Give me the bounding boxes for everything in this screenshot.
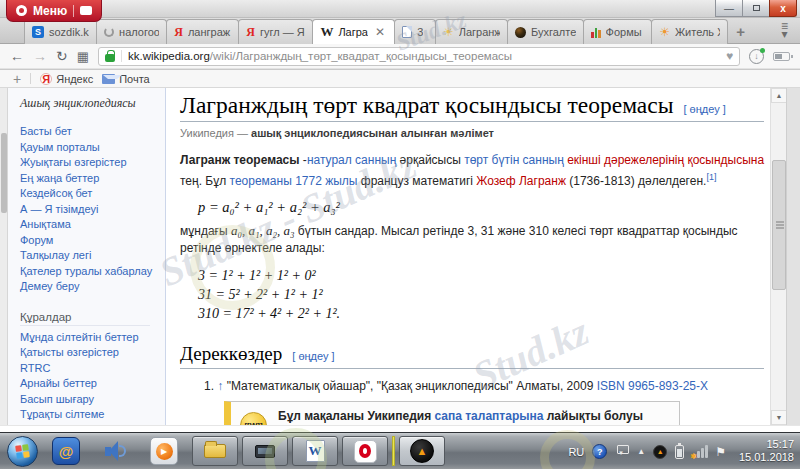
text-segment-suplink[interactable]: [1] (706, 172, 716, 182)
speed-dial-icon[interactable]: ▦ (77, 49, 89, 64)
bookmark-yandex[interactable]: Я Яндекс (40, 73, 93, 85)
taskbar-clock[interactable]: 15:17 15.01.2018 (730, 438, 794, 464)
start-button[interactable] (7, 436, 38, 467)
tab-strip: S sozdik.kz налогооб Я ланграж т Я гугл … (0, 18, 800, 44)
text-segment-link[interactable]: 1772 жылы (295, 174, 357, 188)
battery-tray-icon[interactable] (675, 445, 684, 459)
subtitle-source: Уикипедия — (180, 127, 251, 139)
tab-gugl[interactable]: Я гугл — Ян (238, 19, 313, 44)
show-hidden-icons[interactable]: ▲ (637, 447, 645, 456)
text-segment-link[interactable]: теореманы (230, 174, 292, 188)
folder-icon (204, 444, 226, 458)
sidebar-tool-link[interactable]: Басып шығару (20, 392, 161, 408)
tab-buhgalter[interactable]: Бухгалтер (507, 19, 584, 44)
document-favicon (402, 26, 412, 38)
action-center-flag-icon[interactable]: ⚑ (715, 445, 726, 459)
scrollbar-thumb[interactable] (772, 160, 786, 290)
tab-formy[interactable]: Формы н (583, 19, 652, 44)
minimize-button[interactable]: — (715, 0, 743, 17)
sidebar-tool-link[interactable]: Қатысты өзгерістер (20, 345, 161, 361)
sun-favicon: ☀ (659, 25, 670, 39)
sidebar-tool-link[interactable]: Мұнда сілтейтін беттер (20, 330, 161, 346)
forward-button[interactable]: → (33, 49, 47, 63)
tab-sozdik[interactable]: S sozdik.kz (24, 19, 97, 44)
opera-menu-button[interactable]: Меню (6, 0, 102, 22)
left-scroll-thumb[interactable] (1, 133, 7, 213)
text-segment-link[interactable]: натурал санның (307, 153, 396, 167)
scroll-up-button[interactable]: ▲ (771, 88, 787, 103)
language-indicator[interactable]: RU (568, 446, 584, 458)
add-bookmark-button[interactable]: + (13, 71, 21, 87)
bookmark-mail[interactable]: Почта (102, 73, 150, 85)
explorer-task-button[interactable] (192, 436, 238, 466)
close-button[interactable]: x (769, 0, 797, 17)
tab-lagranzh[interactable]: ☀ Лагранж (435, 19, 508, 44)
new-tab-button[interactable]: + (727, 19, 754, 44)
word-task-button[interactable]: W (292, 436, 338, 466)
tab-zhitel[interactable]: ☀ Житель Ж (651, 19, 728, 44)
sidebar-nav-list: Басты бетҚауым порталыЖуықтағы өзгерісте… (20, 124, 161, 295)
sidebar-nav-link[interactable]: Жуықтағы өзгерістер (20, 155, 161, 171)
volume-icon[interactable] (101, 437, 129, 465)
tab-close-icon[interactable]: ✕ (375, 25, 385, 39)
tab-menu-button[interactable]: ≡▾ (781, 22, 788, 38)
main-formula: p = a₀² + a₁² + a₂² + a₃² (198, 199, 764, 216)
back-button[interactable]: ← (10, 49, 24, 63)
maximize-button[interactable] (742, 0, 770, 17)
sidebar-nav-link[interactable]: Кездейсоқ бет (20, 186, 161, 202)
opera-task-button[interactable] (342, 436, 388, 466)
network-tray-icon[interactable] (692, 445, 707, 459)
sidebar-nav-link[interactable]: Анықтама (20, 217, 161, 233)
sidebar-tools-header: Құралдар (20, 311, 150, 326)
sidebar-tool-link[interactable]: Тұрақты сілтеме (20, 407, 161, 423)
sidebar-nav-link[interactable]: Қауым порталы (20, 140, 161, 156)
monitor-icon (255, 445, 275, 458)
sidebar-nav-link[interactable]: Талқылау легі (20, 248, 161, 264)
aimp-tray-icon[interactable]: ▲ (653, 445, 667, 459)
yandex-favicon: Я (246, 25, 255, 40)
quick-launch: @ ▶ (52, 437, 178, 465)
reload-button[interactable]: ↻ (56, 49, 68, 63)
edit-section-link[interactable]: [ өңдеу ] (684, 103, 726, 115)
page-scrollbar[interactable]: ▲ ▼ (770, 88, 786, 425)
text-segment-redlink[interactable]: екінші дәрежелерінің қосындысына (567, 153, 764, 167)
tab-lagrange-active[interactable]: W Лагра ✕ (312, 19, 395, 44)
attention-bar (392, 436, 395, 466)
battery-saver-icon[interactable] (773, 52, 790, 61)
text-segment-redlink[interactable]: Жозеф Лагранж (476, 174, 566, 188)
sidebar-nav-link[interactable]: Басты бет (20, 124, 161, 140)
scroll-down-button[interactable]: ▼ (771, 410, 787, 425)
clock-date: 15.01.2018 (730, 451, 794, 464)
url-text[interactable]: kk.wikipedia.org/wiki/Лагранждың_төрт_кв… (128, 50, 716, 62)
page-title: Лагранждың төрт квадрат қосындысы теорем… (180, 92, 674, 119)
downloads-icon[interactable]: ↓ (749, 49, 764, 64)
sidebar-nav-link[interactable]: Демеу беру (20, 279, 161, 295)
display-tray-icon[interactable] (615, 445, 629, 459)
backlink-arrow[interactable]: ↑ (217, 379, 223, 393)
mail-agent-icon[interactable]: @ (52, 437, 80, 465)
tab-document-3[interactable]: 3 (394, 19, 436, 44)
subtitle-tagline: ашық энциклопедиясынан алынған мәлімет (251, 127, 494, 139)
bookmark-heart-icon[interactable]: ♥ (726, 49, 733, 63)
sidebar-nav-link[interactable]: А — Я тізімдеуі (20, 202, 161, 218)
sidebar-nav-link[interactable]: Форум (20, 233, 161, 249)
window-bottom-edge (0, 425, 800, 432)
text-segment-link[interactable]: төрт бүтін санның (464, 153, 564, 167)
tab-label: Лагранж (459, 26, 500, 38)
media-player-icon[interactable]: ▶ (150, 437, 178, 465)
edit-section-link[interactable]: [ өңдеу ] (292, 350, 334, 362)
aimp-task-button[interactable]: ▲ (399, 436, 445, 466)
text-segment-link[interactable]: сапа талаптарына (434, 409, 543, 423)
tab-langraj[interactable]: Я ланграж т (166, 19, 239, 44)
secure-lock-icon[interactable] (105, 54, 115, 62)
tab-nalogoob[interactable]: налогооб (96, 19, 167, 44)
help-tray-icon[interactable]: ? (592, 444, 607, 459)
sidebar-nav-link[interactable]: Ең жаңа беттер (20, 171, 161, 187)
isbn-link[interactable]: ISBN 9965-893-25-X (597, 379, 708, 393)
sidebar-tool-link[interactable]: Арнайы беттер (20, 376, 161, 392)
left-scroll-strip[interactable] (0, 88, 8, 425)
sidebar-tool-link[interactable]: RTRC (20, 361, 161, 377)
sidebar-nav-link[interactable]: Қателер туралы хабарлау (20, 264, 161, 280)
display-task-button[interactable] (242, 436, 288, 466)
address-bar[interactable]: kk.wikipedia.org/wiki/Лагранждың_төрт_кв… (98, 47, 740, 66)
